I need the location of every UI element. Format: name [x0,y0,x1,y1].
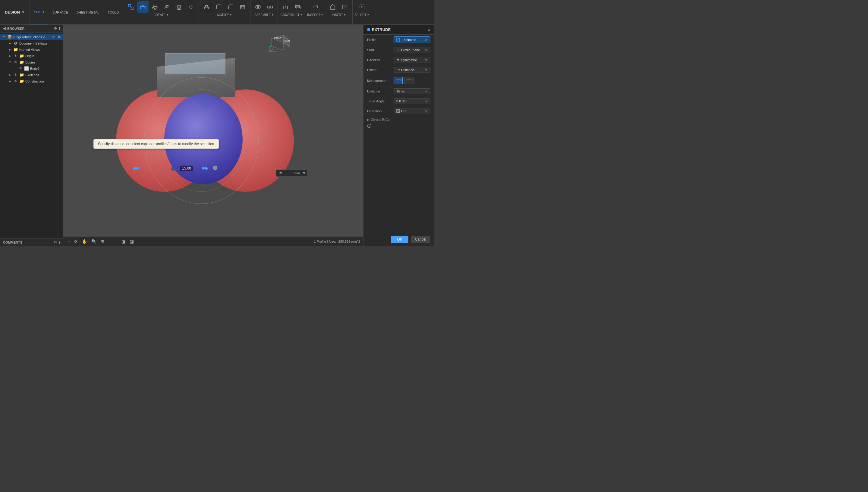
pan-btn[interactable]: ✋ [81,239,88,245]
browser-resize-icon[interactable]: | [59,26,60,30]
as-built-joint-icon[interactable] [264,1,276,13]
status-text: 1 Profile | Area : 280.552 mm^2 [314,240,360,243]
eye-vis-sketches: 👁 [13,73,18,77]
comments-resize-icon[interactable]: | [59,240,60,244]
tree-item-origin[interactable]: ▶ 👁 📁 Origin [0,53,63,59]
joint-icon[interactable] [252,1,264,13]
tab-surface[interactable]: SURFACE [48,0,72,24]
tree-label-bodies: Bodies [25,60,36,64]
fillet-icon[interactable] [213,1,224,13]
midplane-icon[interactable] [280,1,291,13]
distance-label: Distance [367,90,391,93]
right-handle[interactable] [213,166,217,170]
tab-tools[interactable]: TOOLS [103,0,123,24]
direction-chevron: ▼ [425,58,428,62]
collapse-icon[interactable]: ◀ [3,26,5,30]
browser-header-right: ⚙ | [54,26,60,30]
tree-item-bodies[interactable]: ▼ 👁 📁 Bodies [0,59,63,65]
new-component-icon[interactable] [125,1,137,13]
eye-icon-root[interactable]: 👁 [52,35,55,39]
objects-to-cut-section[interactable]: ▶ Objects To Cut [363,116,434,122]
distance-value[interactable]: 15 mm ▼ [394,88,430,94]
revolve-icon[interactable] [149,1,161,13]
cancel-button[interactable]: Cancel [411,236,430,243]
arrow-right-control[interactable]: ➡ [201,163,208,173]
expand-icon-origin: ▶ [8,54,12,57]
start-value[interactable]: Profile Plane ▼ [394,47,430,53]
home-view-btn[interactable]: ⌂ [66,239,71,245]
viewport-canvas: Specify distance, or select coplanar pro… [63,25,363,246]
direction-value-text: Symmetric [401,58,417,62]
construct-label[interactable]: CONSTRUCT ▼ [281,13,303,17]
extent-value[interactable]: Distance ▼ [394,67,430,73]
ok-button[interactable]: OK [391,236,408,243]
loft-icon[interactable] [173,1,185,13]
taper-value[interactable]: 0.0 deg ▼ [394,98,430,104]
operation-value[interactable]: Cut ▼ [394,108,430,114]
offset-plane-icon[interactable] [292,1,303,13]
profile-clear-btn[interactable]: ✕ [425,38,428,42]
tree-item-construction[interactable]: ▶ 👁 📁 Construction [0,78,63,84]
tree-item-body1[interactable]: 👁 ⬜ Body1 [0,65,63,72]
start-plane-icon [396,48,400,52]
dimension-dropdown-arrow[interactable]: ▼ [301,171,307,175]
settings-icon: ⚙ [13,41,18,46]
svg-rect-15 [240,5,245,9]
orbit-btn[interactable]: ⟳ [73,239,79,245]
view-cube[interactable]: FRONT RIGHT Z [267,31,291,55]
browser-settings-icon[interactable]: ⚙ [54,26,57,30]
create-label[interactable]: CREATE ▼ [154,13,168,17]
assemble-label[interactable]: ASSEMBLE ▼ [254,13,274,17]
zoom-btn[interactable]: 🔍 [90,239,98,245]
extrude-icon[interactable] [137,1,148,13]
select-icon[interactable] [356,1,368,13]
tree-item-doc-settings[interactable]: ▶ ⚙ Document Settings [0,40,63,46]
measurement-btn1[interactable] [394,77,403,84]
objects-to-cut-expand: ▶ [367,118,370,121]
tree-label-doc-settings: Document Settings [19,42,47,45]
shell-icon[interactable] [237,1,248,13]
tab-sheet-metal[interactable]: SHEET METAL [72,0,103,24]
svg-marker-9 [177,6,181,9]
tab-solid[interactable]: SOLID [30,0,48,24]
center-handle[interactable] [171,167,175,171]
comments-settings-icon[interactable]: ⚙ [54,240,57,244]
dimension-input-field[interactable] [276,170,295,176]
tree-item-sketches[interactable]: ▶ 👁 📁 Sketches [0,72,63,78]
press-pull-icon[interactable] [201,1,212,13]
design-button[interactable]: DESIGN ▼ [0,0,30,24]
inspect-label[interactable]: INSPECT ▼ [307,13,323,17]
assemble-section: ASSEMBLE ▼ [251,0,278,24]
create-section: CREATE ▼ [123,0,199,24]
move-icon[interactable] [185,1,197,13]
display-mode2-btn[interactable]: ▣ [121,239,127,245]
profile-value[interactable]: 1 selected ✕ [394,36,430,43]
arrow-left-control[interactable]: ⬅ [133,163,140,173]
visual-style-btn[interactable]: ◪ [129,239,135,245]
select-label[interactable]: SELECT ▼ [354,13,369,17]
insert-mesh-icon[interactable] [327,1,338,13]
direction-value[interactable]: Symmetric ▼ [394,57,430,63]
insert-svg-icon[interactable] [339,1,351,13]
expand-icon-construction: ▶ [8,79,12,83]
chamfer-icon[interactable] [225,1,236,13]
insert-label[interactable]: INSERT ▼ [332,13,346,17]
tree-item-root[interactable]: ▼ 📦 RingForInstructions v3 👁 ⏺ [0,34,63,40]
sweep-icon[interactable] [161,1,173,13]
measurement-row: Measurement [363,75,434,87]
expand-icon-sketches: ▶ [8,73,12,76]
panel-expand-btn[interactable]: » [428,27,430,32]
fit-btn[interactable]: ⊞ [99,239,105,245]
svg-marker-11 [190,8,192,9]
full-length-icon [406,78,412,82]
distance-chevron: ▼ [425,90,428,93]
viewport[interactable]: Specify distance, or select coplanar pro… [63,25,363,246]
measurement-btn2[interactable] [404,77,414,84]
display-mode-btn[interactable]: ☐ [112,239,119,245]
svg-rect-16 [241,6,244,8]
dimension-input-box[interactable]: mm ▼ [276,170,307,177]
tab-group: SOLID SURFACE SHEET METAL TOOLS [30,0,123,24]
modify-label[interactable]: MODIFY ▼ [217,13,232,17]
tree-item-named-views[interactable]: ▶ 📁 Named Views [0,46,63,53]
measure-icon[interactable]: mm [309,1,321,13]
